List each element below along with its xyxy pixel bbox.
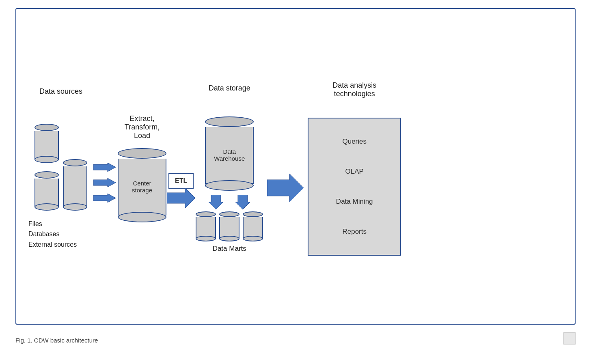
cyl-body-3 bbox=[63, 166, 87, 207]
data-sources-cylinders bbox=[35, 124, 87, 211]
center-storage-body: Center storage bbox=[118, 159, 166, 215]
dw-label: Data Warehouse bbox=[207, 148, 252, 162]
analysis-arrow bbox=[267, 174, 304, 204]
analysis-item-3: Reports bbox=[342, 226, 367, 238]
center-storage-top bbox=[118, 148, 166, 159]
svg-marker-6 bbox=[267, 174, 304, 202]
caption-icon bbox=[563, 332, 576, 345]
databases-label: Databases bbox=[28, 229, 97, 239]
diagram-container: Data sources bbox=[15, 8, 576, 325]
svg-marker-3 bbox=[167, 188, 195, 208]
caption-row: Fig. 1. CDW basic architecture bbox=[15, 325, 576, 352]
data-sources-labels: Files Databases External sources bbox=[24, 219, 97, 250]
big-right-arrow bbox=[267, 174, 304, 202]
down-arrow-2 bbox=[235, 195, 250, 209]
external-label: External sources bbox=[28, 239, 97, 250]
etl-header: Extract, Transform, Load bbox=[125, 114, 160, 140]
analysis-box: Queries OLAP Data Mining Reports bbox=[308, 118, 401, 256]
data-marts-cylinders bbox=[196, 211, 263, 241]
data-sources-section: Data sources bbox=[24, 87, 97, 250]
mart-top-3 bbox=[243, 211, 263, 217]
source-arrows bbox=[93, 163, 116, 202]
analysis-item-0: Queries bbox=[342, 136, 367, 148]
mart-cylinder-2 bbox=[219, 211, 239, 241]
mart-bottom-2 bbox=[219, 236, 239, 241]
analysis-item-2: Data Mining bbox=[336, 196, 373, 208]
cyl-top-3 bbox=[63, 159, 87, 166]
svg-marker-4 bbox=[209, 195, 223, 209]
svg-marker-1 bbox=[93, 178, 116, 187]
mart-cylinder-3 bbox=[243, 211, 263, 241]
mart-top-1 bbox=[196, 211, 216, 217]
center-storage-cylinder: Center storage bbox=[118, 148, 166, 222]
arrow-2 bbox=[93, 178, 116, 187]
data-warehouse-section: Data storage Data Warehouse bbox=[196, 84, 263, 253]
cyl-body-2 bbox=[35, 179, 59, 207]
etl-connector: ETL bbox=[166, 173, 196, 208]
cylinder-3 bbox=[63, 159, 87, 211]
cyl-bottom-1 bbox=[35, 156, 59, 163]
arrow-1 bbox=[93, 163, 116, 172]
center-storage-section: Extract, Transform, Load Center storage bbox=[118, 114, 166, 222]
mart-cylinder-1 bbox=[196, 211, 216, 241]
down-arrows bbox=[209, 195, 250, 209]
svg-marker-5 bbox=[235, 195, 250, 209]
cyl-top-1 bbox=[35, 124, 59, 131]
svg-marker-2 bbox=[93, 194, 116, 202]
data-storage-header: Data storage bbox=[209, 84, 250, 108]
cylinder-1 bbox=[35, 124, 59, 163]
data-marts-label: Data Marts bbox=[213, 245, 246, 253]
center-storage-bottom bbox=[118, 212, 166, 222]
svg-marker-0 bbox=[93, 163, 116, 172]
arrow-3 bbox=[93, 194, 116, 202]
center-storage-label: Center storage bbox=[120, 180, 164, 194]
cyl-top-2 bbox=[35, 171, 59, 179]
etl-arrow bbox=[167, 188, 195, 208]
left-cylinders bbox=[35, 124, 59, 211]
cyl-bottom-3 bbox=[63, 203, 87, 211]
files-label: Files bbox=[28, 219, 97, 229]
cylinder-2 bbox=[35, 171, 59, 211]
down-arrow-1 bbox=[209, 195, 223, 209]
figure-caption: Fig. 1. CDW basic architecture bbox=[15, 334, 98, 347]
mart-top-2 bbox=[219, 211, 239, 217]
analysis-section: Data analysis technologies Queries OLAP … bbox=[308, 81, 401, 256]
mart-bottom-1 bbox=[196, 236, 216, 241]
data-sources-header: Data sources bbox=[39, 87, 82, 112]
analysis-item-1: OLAP bbox=[345, 166, 364, 178]
cyl-body-1 bbox=[35, 131, 59, 159]
data-warehouse-cylinder: Data Warehouse bbox=[205, 116, 254, 191]
analysis-header: Data analysis technologies bbox=[332, 81, 376, 106]
etl-label: ETL bbox=[168, 173, 194, 189]
dw-top bbox=[205, 116, 254, 127]
mart-bottom-3 bbox=[243, 236, 263, 241]
dw-bottom bbox=[205, 180, 254, 191]
cyl-bottom-2 bbox=[35, 203, 59, 211]
dw-body: Data Warehouse bbox=[205, 127, 254, 184]
